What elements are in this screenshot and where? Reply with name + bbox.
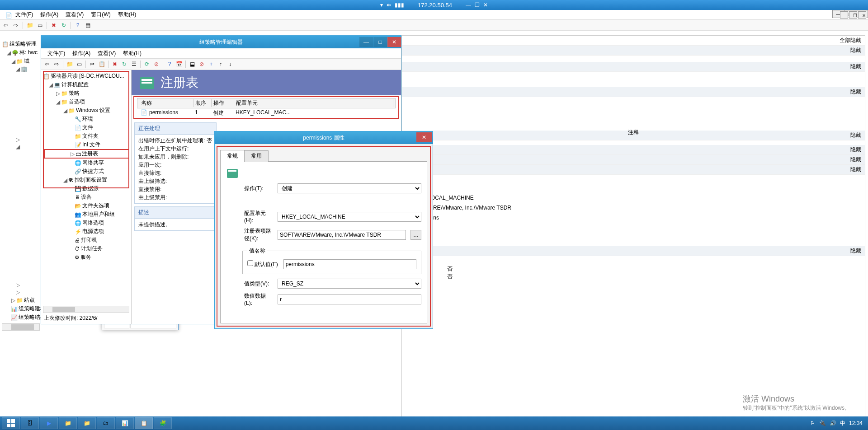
tray-ime-icon[interactable]: 中	[840, 420, 845, 427]
rp-hideall[interactable]: 全部隐藏	[402, 36, 865, 46]
tb-powershell[interactable]: ▶	[40, 417, 58, 429]
help-icon[interactable]: ?	[74, 21, 82, 29]
gp-editor-titlebar[interactable]: 组策略管理编辑器 — □ ✕	[41, 36, 401, 48]
forward-icon[interactable]: ⇨	[12, 21, 20, 29]
gp-down-icon[interactable]: ↓	[226, 60, 234, 68]
rdp-minimize[interactable]: —	[466, 2, 471, 8]
system-tray[interactable]: 🏳 🔌 🔊 中 12:34	[810, 420, 866, 427]
tree-domain-item[interactable]: ◢🏢	[2, 65, 40, 73]
rp-hide-8[interactable]: 隐藏	[402, 246, 865, 256]
gp-tree-poweropts[interactable]: ⚡电源选项	[43, 227, 129, 236]
up-icon[interactable]: 📁	[26, 21, 34, 29]
gp-pane-icon[interactable]: ▭	[75, 60, 83, 68]
gp-tree-localusers[interactable]: 👥本地用户和组	[43, 210, 129, 219]
gp-back-icon[interactable]: ⇦	[43, 60, 51, 68]
tree-root[interactable]: 📋组策略管理	[2, 40, 40, 48]
gp-menu-view[interactable]: 查看(V)	[94, 49, 119, 58]
tree-sites[interactable]: ▷📁站点	[2, 296, 40, 304]
rp-hide-6[interactable]: 隐藏	[402, 155, 865, 165]
data-input[interactable]	[278, 294, 421, 304]
menu-help[interactable]: 帮助(H)	[114, 10, 140, 19]
tree-expand4[interactable]: ▷	[2, 289, 40, 296]
gp-folder-icon[interactable]: 📁	[66, 60, 74, 68]
gp-tree[interactable]: 📋驱动器只读 [S-DC.HWCLOU... ◢💻计算机配置 ▷📁策略 ◢📁首选…	[41, 70, 132, 324]
tb-gpmc[interactable]: 📋	[135, 417, 153, 429]
gp-tree-printer[interactable]: 🖨打印机	[43, 236, 129, 244]
gp-add-icon[interactable]: +	[207, 60, 215, 68]
gp-date-icon[interactable]: 📅	[175, 60, 183, 68]
rp-hide-5[interactable]: 隐藏	[402, 145, 865, 155]
main-tree[interactable]: 📋组策略管理 ◢🌳林: hwc ◢📁域 ◢🏢 ▷ ◢ ▷ ▷ ▷📁站点 📊组策略…	[2, 40, 40, 320]
gp-cut-icon[interactable]: ✂	[88, 60, 96, 68]
tab-common[interactable]: 常用	[244, 150, 269, 162]
menu-file[interactable]: 文件(F)	[12, 10, 37, 19]
prop-close-button[interactable]: ✕	[416, 132, 432, 142]
tree-forest[interactable]: ◢🌳林: hwc	[2, 48, 40, 57]
gp-copy-icon[interactable]: 📋	[98, 60, 106, 68]
gp-block-icon[interactable]: ⊘	[198, 60, 206, 68]
props-icon[interactable]: ▤	[84, 21, 92, 29]
gp-menu-file[interactable]: 文件(F)	[44, 49, 69, 58]
mdi-minimize[interactable]: —	[840, 11, 848, 19]
reg-table-row[interactable]: 📄permissions 1 创建 HKEY_LOCAL_MAC...	[137, 108, 396, 118]
gp-stop-icon[interactable]: ⊘	[152, 60, 160, 68]
tb-explorer[interactable]: 📁	[59, 417, 77, 429]
tab-general[interactable]: 常规	[220, 150, 245, 162]
tree-h-scroll[interactable]	[2, 323, 40, 331]
delete-icon[interactable]: ✖	[50, 21, 58, 29]
gp-fwd-icon[interactable]: ⇨	[52, 60, 61, 68]
gp-minimize[interactable]: —	[359, 37, 373, 47]
path-input[interactable]	[278, 230, 406, 240]
value-name-input[interactable]	[283, 259, 416, 269]
tb-server-manager[interactable]: 🗄	[21, 417, 39, 429]
tree-expand2[interactable]: ◢	[2, 143, 40, 150]
tb-app3[interactable]: 🧩	[154, 417, 172, 429]
rp-hide-2[interactable]: 隐藏	[402, 62, 865, 72]
tb-explorer2[interactable]: 📁	[78, 417, 96, 429]
rdp-close[interactable]: ✕	[483, 2, 488, 8]
tree-expand1[interactable]: ▷	[2, 136, 40, 143]
tray-flag-icon[interactable]: 🏳	[810, 420, 816, 426]
back-icon[interactable]: ⇦	[2, 21, 10, 29]
start-button[interactable]	[2, 417, 20, 429]
gp-tree-folderopts[interactable]: 📂文件夹选项	[43, 201, 129, 210]
browse-button[interactable]: …	[410, 230, 421, 240]
gp-tree-netopts[interactable]: 🌐网络选项	[43, 219, 129, 227]
gp-refresh-icon[interactable]: ↻	[120, 60, 128, 68]
mdi-restore[interactable]: ❐	[849, 11, 857, 19]
window-icon[interactable]: ▭	[36, 21, 44, 29]
type-select[interactable]: REG_SZ	[278, 279, 421, 289]
menu-window[interactable]: 窗口(W)	[87, 10, 114, 19]
rp-hide-7[interactable]: 隐藏	[402, 165, 865, 175]
gp-reg-icon[interactable]: ⬓	[188, 60, 196, 68]
op-select[interactable]: 创建	[278, 183, 421, 193]
tree-domains[interactable]: ◢📁域	[2, 57, 40, 65]
gp-delete-icon[interactable]: ✖	[111, 60, 119, 68]
default-checkbox[interactable]: 默认值(F)	[247, 260, 278, 268]
gp-tree-device[interactable]: 🖥设备	[43, 193, 129, 201]
tree-results[interactable]: 📈组策略结果	[2, 313, 40, 322]
tree-modeling[interactable]: 📊组策略建模	[2, 304, 40, 313]
tree-expand3[interactable]: ▷	[2, 281, 40, 289]
gp-close[interactable]: ✕	[387, 37, 401, 47]
gp-menu-action[interactable]: 操作(A)	[69, 49, 94, 58]
gp-go-icon[interactable]: ⟳	[143, 60, 151, 68]
gp-list-icon[interactable]: ☰	[130, 60, 138, 68]
gp-tree-services[interactable]: ⚙服务	[43, 253, 129, 262]
refresh-icon[interactable]: ↻	[60, 21, 68, 29]
menu-action[interactable]: 操作(A)	[37, 10, 62, 19]
gp-help-icon[interactable]: ?	[165, 60, 174, 68]
menu-view[interactable]: 查看(V)	[62, 10, 87, 19]
tray-vol-icon[interactable]: 🔊	[830, 420, 836, 426]
gp-maximize[interactable]: □	[373, 37, 387, 47]
gp-tree-schedtask[interactable]: ⏱计划任务	[43, 244, 129, 253]
tray-net-icon[interactable]: 🔌	[819, 420, 826, 426]
hive-select[interactable]: HKEY_LOCAL_MACHINE	[278, 212, 421, 222]
gp-tree-scroll[interactable]	[43, 306, 129, 313]
tray-time[interactable]: 12:34	[849, 420, 863, 426]
prop-titlebar[interactable]: permissions 属性 ✕	[215, 131, 433, 144]
mdi-close[interactable]: ✕	[858, 11, 866, 19]
tb-app1[interactable]: 🗂	[97, 417, 115, 429]
rp-hide-1[interactable]: 隐藏	[402, 46, 865, 56]
tb-app2[interactable]: 📊	[116, 417, 134, 429]
